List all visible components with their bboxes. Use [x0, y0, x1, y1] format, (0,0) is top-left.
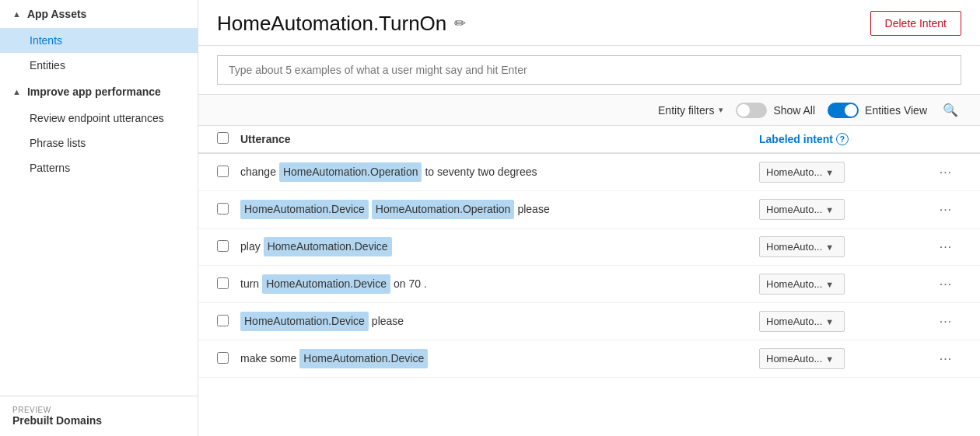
labeled-intent-select[interactable]: HomeAuto...▼ [759, 311, 845, 332]
row-utterance: HomeAutomation.Deviceplease [240, 312, 759, 330]
labeled-intent-select[interactable]: HomeAuto...▼ [759, 199, 845, 220]
row-more-button[interactable]: ··· [940, 166, 952, 180]
row-actions: ··· [930, 203, 961, 217]
labeled-intent-chevron-icon: ▼ [825, 280, 834, 289]
row-check [217, 352, 240, 366]
entity-tag: HomeAutomation.Device [299, 349, 428, 368]
table-body: changeHomeAutomation.Operationto seventy… [198, 154, 980, 378]
row-more-button[interactable]: ··· [940, 277, 952, 291]
row-labeled-intent: HomeAuto...▼ [759, 311, 930, 332]
labeled-intent-value: HomeAuto... [766, 353, 822, 364]
labeled-intent-select[interactable]: HomeAuto...▼ [759, 236, 845, 257]
sidebar-item-entities[interactable]: Entities [0, 53, 198, 78]
show-all-toggle[interactable] [736, 103, 767, 118]
utterance-text: please [372, 312, 404, 330]
improve-section[interactable]: ▲ Improve app performance [0, 78, 198, 106]
entities-view-toggle[interactable] [828, 103, 859, 118]
row-checkbox-1[interactable] [217, 203, 229, 215]
show-all-toggle-wrap: Show All [736, 103, 815, 118]
row-actions: ··· [930, 277, 961, 291]
labeled-intent-column-header: Labeled intent ? [759, 133, 930, 145]
table-header: Utterance Labeled intent ? [198, 126, 980, 154]
main-header: HomeAutomation.TurnOn ✏ Delete Intent [198, 0, 980, 46]
edit-icon[interactable]: ✏ [454, 15, 466, 32]
labeled-intent-value: HomeAuto... [766, 316, 822, 327]
row-actions: ··· [930, 166, 961, 180]
app-assets-section[interactable]: ▲ App Assets [0, 0, 198, 28]
table-row: make someHomeAutomation.DeviceHomeAuto..… [198, 340, 980, 378]
labeled-intent-select[interactable]: HomeAuto...▼ [759, 162, 845, 183]
utterance-input[interactable] [217, 55, 961, 85]
intent-title-text: HomeAutomation.TurnOn [217, 12, 446, 36]
labeled-intent-chevron-icon: ▼ [825, 205, 834, 215]
app-assets-label: App Assets [27, 8, 87, 20]
labeled-intent-select[interactable]: HomeAuto...▼ [759, 274, 845, 295]
labeled-intent-value: HomeAuto... [766, 204, 822, 215]
entity-tag: HomeAutomation.Operation [372, 200, 515, 218]
utterance-text: make some [240, 350, 296, 367]
improve-chevron: ▲ [12, 87, 21, 96]
row-utterance: make someHomeAutomation.Device [240, 349, 759, 368]
row-check [217, 315, 240, 329]
search-icon: 🔍 [943, 103, 958, 117]
labeled-intent-chevron-icon: ▼ [825, 168, 834, 177]
row-checkbox-0[interactable] [217, 166, 229, 177]
sidebar-item-phrase[interactable]: Phrase lists [0, 131, 198, 155]
utterances-table: Utterance Labeled intent ? changeHomeAut… [198, 126, 980, 436]
table-row: changeHomeAutomation.Operationto seventy… [198, 154, 980, 191]
row-utterance: HomeAutomation.DeviceHomeAutomation.Oper… [240, 200, 759, 218]
labeled-intent-chevron-icon: ▼ [825, 317, 834, 326]
row-check [217, 203, 240, 217]
utterance-input-row [198, 46, 980, 95]
entity-tag: HomeAutomation.Operation [279, 162, 422, 181]
search-button[interactable]: 🔍 [940, 101, 961, 119]
row-labeled-intent: HomeAuto...▼ [759, 199, 930, 220]
entity-tag: HomeAutomation.Device [262, 274, 390, 293]
utterance-column-header: Utterance [240, 133, 759, 145]
entities-view-label: Entities View [865, 104, 927, 117]
row-check [217, 277, 240, 291]
app-assets-chevron: ▲ [12, 9, 21, 19]
utterance-text: on 70 . [394, 275, 427, 292]
row-actions: ··· [930, 352, 961, 366]
table-row: HomeAutomation.DevicepleaseHomeAuto...▼·… [198, 303, 980, 340]
preview-label: PREVIEW [12, 406, 185, 414]
sidebar-item-intents[interactable]: Intents [0, 28, 198, 53]
utterance-text: to seventy two degrees [425, 163, 537, 180]
row-labeled-intent: HomeAuto...▼ [759, 162, 930, 183]
row-checkbox-3[interactable] [217, 277, 229, 289]
labeled-intent-help-icon[interactable]: ? [836, 133, 849, 145]
labeled-intent-value: HomeAuto... [766, 166, 822, 178]
entity-filters-button[interactable]: Entity filters ▾ [658, 104, 723, 117]
sidebar-item-review[interactable]: Review endpoint utterances [0, 106, 198, 131]
row-labeled-intent: HomeAuto...▼ [759, 348, 930, 369]
row-actions: ··· [930, 240, 961, 254]
row-checkbox-5[interactable] [217, 352, 229, 364]
row-utterance: turnHomeAutomation.Deviceon 70 . [240, 274, 759, 293]
row-labeled-intent: HomeAuto...▼ [759, 236, 930, 257]
row-more-button[interactable]: ··· [940, 315, 952, 329]
main-content: HomeAutomation.TurnOn ✏ Delete Intent En… [198, 0, 980, 436]
labeled-intent-select[interactable]: HomeAuto...▼ [759, 348, 845, 369]
sidebar-item-patterns[interactable]: Patterns [0, 155, 198, 180]
row-more-button[interactable]: ··· [940, 203, 952, 217]
select-all-checkbox[interactable] [217, 132, 229, 144]
labeled-intent-chevron-icon: ▼ [825, 242, 834, 252]
row-more-button[interactable]: ··· [940, 352, 952, 366]
intent-title: HomeAutomation.TurnOn ✏ [217, 12, 466, 36]
row-more-button[interactable]: ··· [940, 240, 952, 254]
show-all-label: Show All [773, 104, 815, 117]
utterance-text: please [517, 201, 549, 218]
row-labeled-intent: HomeAuto...▼ [759, 274, 930, 295]
entity-tag: HomeAutomation.Device [240, 312, 369, 330]
labeled-intent-value: HomeAuto... [766, 241, 822, 253]
row-check [217, 240, 240, 254]
delete-intent-button[interactable]: Delete Intent [870, 11, 961, 36]
utterance-text: turn [240, 275, 259, 292]
row-check [217, 166, 240, 180]
entity-tag: HomeAutomation.Device [240, 200, 369, 218]
row-checkbox-4[interactable] [217, 315, 229, 326]
labeled-intent-value: HomeAuto... [766, 278, 822, 290]
row-checkbox-2[interactable] [217, 240, 229, 252]
utterance-text: change [240, 163, 276, 180]
